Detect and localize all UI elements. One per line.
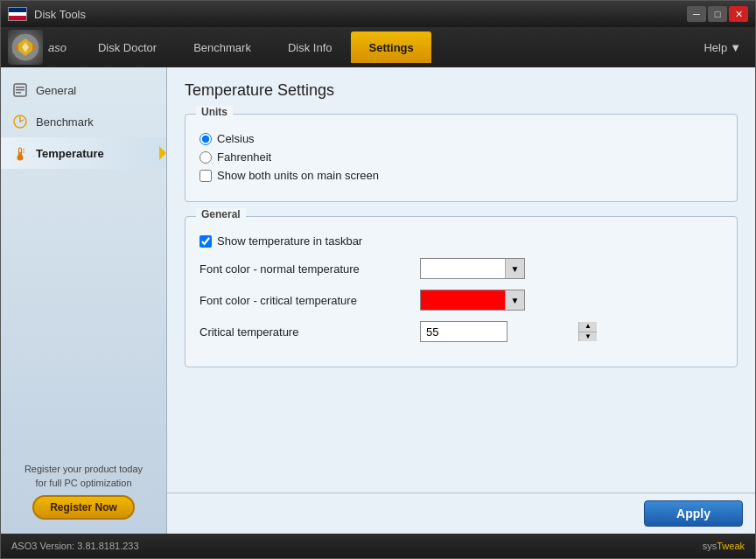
- font-color-normal-label: Font color - normal temperature: [200, 262, 410, 276]
- font-color-critical-label: Font color - critical temperature: [200, 294, 410, 307]
- brand-sys: sys: [703, 541, 718, 551]
- menu-bar: aso Disk Doctor Benchmark Disk Info Sett…: [1, 27, 755, 67]
- font-color-normal-row: Font color - normal temperature ▼: [200, 258, 723, 279]
- critical-temp-label: Critical temperature: [200, 325, 410, 339]
- sidebar-item-general[interactable]: General: [1, 74, 166, 106]
- brand-tweak: Tweak: [717, 541, 745, 551]
- font-color-normal-picker[interactable]: ▼: [420, 258, 525, 279]
- nav-tabs: Disk Doctor Benchmark Disk Info Settings: [80, 31, 696, 63]
- show-both-checkbox[interactable]: [200, 170, 212, 182]
- general-section: General Show temperature in taskbar Font…: [185, 216, 738, 367]
- svg-rect-8: [19, 152, 21, 157]
- main-layout: General Benchmark: [1, 67, 755, 534]
- fahrenheit-radio[interactable]: [200, 151, 212, 164]
- sidebar-item-general-label: General: [36, 84, 76, 97]
- fahrenheit-label[interactable]: Fahrenheit: [217, 150, 271, 164]
- font-color-critical-swatch: [421, 290, 505, 310]
- app-window: Disk Tools ─ □ ✕ aso Disk Doctor Benc: [0, 0, 756, 559]
- font-color-normal-dropdown-arrow[interactable]: ▼: [505, 259, 524, 278]
- tab-disk-doctor[interactable]: Disk Doctor: [80, 31, 174, 63]
- maximize-button[interactable]: □: [708, 6, 727, 22]
- general-section-label: General: [196, 208, 246, 220]
- page-title: Temperature Settings: [185, 81, 738, 100]
- sidebar: General Benchmark: [1, 67, 167, 534]
- apply-button[interactable]: Apply: [644, 500, 743, 527]
- units-section: Units Celsius Fahrenheit: [185, 114, 738, 202]
- svg-rect-4: [16, 92, 21, 94]
- logo-text: aso: [48, 41, 66, 54]
- register-text: Register your product today for full PC …: [8, 463, 159, 490]
- show-both-row: Show both units on main screen: [200, 169, 723, 182]
- close-button[interactable]: ✕: [729, 6, 748, 22]
- title-bar: Disk Tools ─ □ ✕: [1, 1, 755, 27]
- help-button[interactable]: Help ▼: [696, 38, 748, 58]
- spinner-down-button[interactable]: ▼: [579, 332, 597, 342]
- content-area: Temperature Settings Units Celsius Fahre…: [167, 67, 755, 493]
- tab-disk-info[interactable]: Disk Info: [270, 31, 350, 63]
- app-logo: [8, 30, 43, 65]
- content-inner: Temperature Settings Units Celsius Fahre…: [167, 67, 755, 395]
- critical-temp-spinner: ▲ ▼: [420, 321, 508, 342]
- title-controls: ─ □ ✕: [687, 6, 748, 22]
- tab-benchmark[interactable]: Benchmark: [176, 31, 269, 63]
- temperature-icon: [11, 144, 29, 162]
- font-color-critical-dropdown-arrow[interactable]: ▼: [505, 290, 524, 310]
- show-temp-taskbar-row: Show temperature in taskbar: [200, 234, 723, 248]
- critical-temp-row: Critical temperature ▲ ▼: [200, 321, 723, 342]
- register-now-button[interactable]: Register Now: [32, 495, 135, 520]
- celsius-label[interactable]: Celsius: [217, 132, 255, 145]
- sidebar-item-temperature-label: Temperature: [36, 147, 104, 160]
- fahrenheit-row: Fahrenheit: [200, 150, 723, 164]
- sidebar-spacer: [1, 169, 166, 456]
- sidebar-item-temperature[interactable]: Temperature: [1, 137, 166, 169]
- action-bar: Apply: [167, 493, 755, 534]
- benchmark-icon: [11, 113, 29, 130]
- bottom-bar: ASO3 Version: 3.81.8181.233 sysTweak: [1, 534, 755, 558]
- spinner-buttons: ▲ ▼: [578, 322, 597, 341]
- sidebar-item-benchmark-label: Benchmark: [36, 115, 94, 129]
- units-radio-group: Celsius Fahrenheit Show both units on ma…: [200, 132, 723, 182]
- register-area: Register your product today for full PC …: [1, 456, 166, 527]
- tab-settings[interactable]: Settings: [351, 31, 430, 63]
- font-color-normal-swatch: [421, 259, 505, 278]
- flag-icon: [8, 7, 27, 21]
- svg-rect-3: [16, 89, 24, 91]
- font-color-critical-row: Font color - critical temperature ▼: [200, 290, 723, 311]
- minimize-button[interactable]: ─: [687, 6, 706, 22]
- sidebar-item-benchmark[interactable]: Benchmark: [1, 106, 166, 137]
- content-wrapper: Temperature Settings Units Celsius Fahre…: [167, 67, 755, 534]
- celsius-row: Celsius: [200, 132, 723, 145]
- celsius-radio[interactable]: [200, 133, 212, 145]
- title-bar-left: Disk Tools: [8, 7, 86, 21]
- logo-area: aso: [8, 30, 66, 65]
- critical-temp-input[interactable]: [421, 322, 578, 341]
- svg-rect-2: [16, 87, 24, 88]
- show-temp-taskbar-checkbox[interactable]: [200, 235, 212, 248]
- general-icon: [11, 81, 29, 99]
- show-temp-taskbar-label[interactable]: Show temperature in taskbar: [217, 234, 362, 248]
- version-text: ASO3 Version: 3.81.8181.233: [11, 541, 139, 551]
- app-title: Disk Tools: [34, 8, 86, 21]
- font-color-critical-picker[interactable]: ▼: [420, 290, 525, 311]
- spinner-up-button[interactable]: ▲: [579, 322, 597, 332]
- units-section-label: Units: [196, 106, 233, 118]
- brand: sysTweak: [703, 541, 745, 551]
- show-both-label[interactable]: Show both units on main screen: [217, 169, 379, 182]
